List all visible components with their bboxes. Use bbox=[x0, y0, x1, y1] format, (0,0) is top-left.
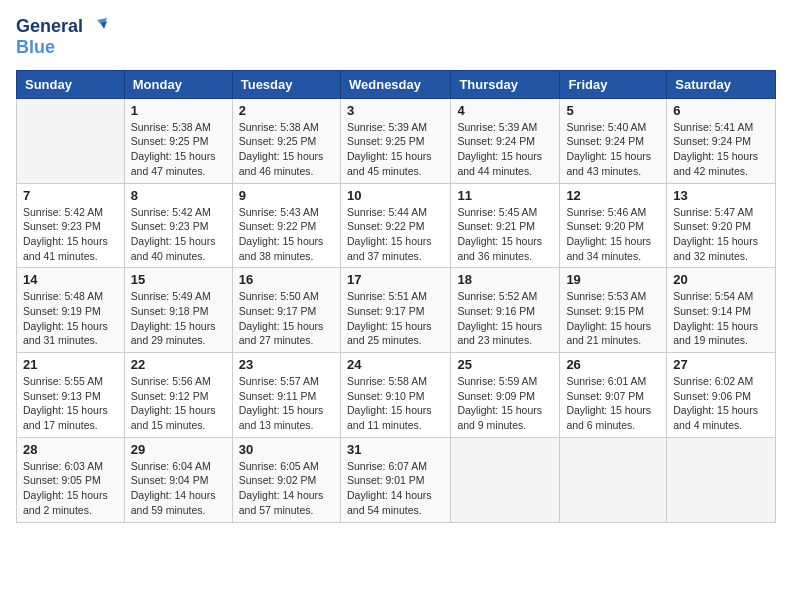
day-cell: 15Sunrise: 5:49 AM Sunset: 9:18 PM Dayli… bbox=[124, 268, 232, 353]
day-content: Sunrise: 6:04 AM Sunset: 9:04 PM Dayligh… bbox=[131, 459, 226, 518]
logo-general: General bbox=[16, 17, 83, 37]
day-content: Sunrise: 5:43 AM Sunset: 9:22 PM Dayligh… bbox=[239, 205, 334, 264]
day-cell: 20Sunrise: 5:54 AM Sunset: 9:14 PM Dayli… bbox=[667, 268, 776, 353]
day-number: 10 bbox=[347, 188, 444, 203]
day-cell: 29Sunrise: 6:04 AM Sunset: 9:04 PM Dayli… bbox=[124, 437, 232, 522]
day-cell: 4Sunrise: 5:39 AM Sunset: 9:24 PM Daylig… bbox=[451, 98, 560, 183]
day-cell: 16Sunrise: 5:50 AM Sunset: 9:17 PM Dayli… bbox=[232, 268, 340, 353]
day-cell: 6Sunrise: 5:41 AM Sunset: 9:24 PM Daylig… bbox=[667, 98, 776, 183]
column-header-sunday: Sunday bbox=[17, 70, 125, 98]
day-cell: 23Sunrise: 5:57 AM Sunset: 9:11 PM Dayli… bbox=[232, 353, 340, 438]
day-content: Sunrise: 5:51 AM Sunset: 9:17 PM Dayligh… bbox=[347, 289, 444, 348]
day-content: Sunrise: 6:03 AM Sunset: 9:05 PM Dayligh… bbox=[23, 459, 118, 518]
day-number: 29 bbox=[131, 442, 226, 457]
day-content: Sunrise: 5:49 AM Sunset: 9:18 PM Dayligh… bbox=[131, 289, 226, 348]
day-cell: 3Sunrise: 5:39 AM Sunset: 9:25 PM Daylig… bbox=[340, 98, 450, 183]
day-number: 3 bbox=[347, 103, 444, 118]
day-cell: 8Sunrise: 5:42 AM Sunset: 9:23 PM Daylig… bbox=[124, 183, 232, 268]
day-number: 24 bbox=[347, 357, 444, 372]
day-content: Sunrise: 5:48 AM Sunset: 9:19 PM Dayligh… bbox=[23, 289, 118, 348]
day-number: 8 bbox=[131, 188, 226, 203]
column-header-tuesday: Tuesday bbox=[232, 70, 340, 98]
day-content: Sunrise: 5:41 AM Sunset: 9:24 PM Dayligh… bbox=[673, 120, 769, 179]
week-row-5: 28Sunrise: 6:03 AM Sunset: 9:05 PM Dayli… bbox=[17, 437, 776, 522]
day-number: 22 bbox=[131, 357, 226, 372]
day-cell: 13Sunrise: 5:47 AM Sunset: 9:20 PM Dayli… bbox=[667, 183, 776, 268]
day-content: Sunrise: 6:07 AM Sunset: 9:01 PM Dayligh… bbox=[347, 459, 444, 518]
day-content: Sunrise: 6:02 AM Sunset: 9:06 PM Dayligh… bbox=[673, 374, 769, 433]
day-cell: 2Sunrise: 5:38 AM Sunset: 9:25 PM Daylig… bbox=[232, 98, 340, 183]
day-content: Sunrise: 5:47 AM Sunset: 9:20 PM Dayligh… bbox=[673, 205, 769, 264]
day-number: 16 bbox=[239, 272, 334, 287]
header-row: SundayMondayTuesdayWednesdayThursdayFrid… bbox=[17, 70, 776, 98]
calendar-table: SundayMondayTuesdayWednesdayThursdayFrid… bbox=[16, 70, 776, 523]
day-cell bbox=[17, 98, 125, 183]
day-cell: 17Sunrise: 5:51 AM Sunset: 9:17 PM Dayli… bbox=[340, 268, 450, 353]
page-header: General Blue bbox=[16, 16, 776, 58]
day-content: Sunrise: 5:39 AM Sunset: 9:25 PM Dayligh… bbox=[347, 120, 444, 179]
day-number: 1 bbox=[131, 103, 226, 118]
column-header-wednesday: Wednesday bbox=[340, 70, 450, 98]
column-header-saturday: Saturday bbox=[667, 70, 776, 98]
day-number: 31 bbox=[347, 442, 444, 457]
day-number: 7 bbox=[23, 188, 118, 203]
day-cell: 14Sunrise: 5:48 AM Sunset: 9:19 PM Dayli… bbox=[17, 268, 125, 353]
day-content: Sunrise: 5:57 AM Sunset: 9:11 PM Dayligh… bbox=[239, 374, 334, 433]
day-number: 23 bbox=[239, 357, 334, 372]
day-content: Sunrise: 5:55 AM Sunset: 9:13 PM Dayligh… bbox=[23, 374, 118, 433]
day-cell: 31Sunrise: 6:07 AM Sunset: 9:01 PM Dayli… bbox=[340, 437, 450, 522]
day-cell: 12Sunrise: 5:46 AM Sunset: 9:20 PM Dayli… bbox=[560, 183, 667, 268]
day-content: Sunrise: 5:46 AM Sunset: 9:20 PM Dayligh… bbox=[566, 205, 660, 264]
day-content: Sunrise: 5:42 AM Sunset: 9:23 PM Dayligh… bbox=[131, 205, 226, 264]
day-content: Sunrise: 5:38 AM Sunset: 9:25 PM Dayligh… bbox=[239, 120, 334, 179]
week-row-4: 21Sunrise: 5:55 AM Sunset: 9:13 PM Dayli… bbox=[17, 353, 776, 438]
day-content: Sunrise: 5:50 AM Sunset: 9:17 PM Dayligh… bbox=[239, 289, 334, 348]
day-number: 9 bbox=[239, 188, 334, 203]
day-content: Sunrise: 5:40 AM Sunset: 9:24 PM Dayligh… bbox=[566, 120, 660, 179]
calendar-body: 1Sunrise: 5:38 AM Sunset: 9:25 PM Daylig… bbox=[17, 98, 776, 522]
day-number: 19 bbox=[566, 272, 660, 287]
day-cell: 10Sunrise: 5:44 AM Sunset: 9:22 PM Dayli… bbox=[340, 183, 450, 268]
day-number: 25 bbox=[457, 357, 553, 372]
day-cell: 22Sunrise: 5:56 AM Sunset: 9:12 PM Dayli… bbox=[124, 353, 232, 438]
day-content: Sunrise: 5:42 AM Sunset: 9:23 PM Dayligh… bbox=[23, 205, 118, 264]
day-content: Sunrise: 5:52 AM Sunset: 9:16 PM Dayligh… bbox=[457, 289, 553, 348]
day-number: 11 bbox=[457, 188, 553, 203]
day-content: Sunrise: 5:59 AM Sunset: 9:09 PM Dayligh… bbox=[457, 374, 553, 433]
day-number: 14 bbox=[23, 272, 118, 287]
day-number: 21 bbox=[23, 357, 118, 372]
logo-bird-icon bbox=[85, 16, 107, 38]
logo-blue: Blue bbox=[16, 38, 55, 58]
day-content: Sunrise: 5:58 AM Sunset: 9:10 PM Dayligh… bbox=[347, 374, 444, 433]
day-cell bbox=[451, 437, 560, 522]
day-content: Sunrise: 5:38 AM Sunset: 9:25 PM Dayligh… bbox=[131, 120, 226, 179]
week-row-1: 1Sunrise: 5:38 AM Sunset: 9:25 PM Daylig… bbox=[17, 98, 776, 183]
day-cell: 26Sunrise: 6:01 AM Sunset: 9:07 PM Dayli… bbox=[560, 353, 667, 438]
column-header-friday: Friday bbox=[560, 70, 667, 98]
day-number: 15 bbox=[131, 272, 226, 287]
day-cell: 11Sunrise: 5:45 AM Sunset: 9:21 PM Dayli… bbox=[451, 183, 560, 268]
day-content: Sunrise: 6:01 AM Sunset: 9:07 PM Dayligh… bbox=[566, 374, 660, 433]
day-number: 26 bbox=[566, 357, 660, 372]
day-cell: 1Sunrise: 5:38 AM Sunset: 9:25 PM Daylig… bbox=[124, 98, 232, 183]
week-row-3: 14Sunrise: 5:48 AM Sunset: 9:19 PM Dayli… bbox=[17, 268, 776, 353]
day-number: 30 bbox=[239, 442, 334, 457]
day-content: Sunrise: 5:44 AM Sunset: 9:22 PM Dayligh… bbox=[347, 205, 444, 264]
day-cell: 19Sunrise: 5:53 AM Sunset: 9:15 PM Dayli… bbox=[560, 268, 667, 353]
day-content: Sunrise: 6:05 AM Sunset: 9:02 PM Dayligh… bbox=[239, 459, 334, 518]
day-cell: 25Sunrise: 5:59 AM Sunset: 9:09 PM Dayli… bbox=[451, 353, 560, 438]
column-header-monday: Monday bbox=[124, 70, 232, 98]
calendar-header: SundayMondayTuesdayWednesdayThursdayFrid… bbox=[17, 70, 776, 98]
day-content: Sunrise: 5:56 AM Sunset: 9:12 PM Dayligh… bbox=[131, 374, 226, 433]
day-cell: 9Sunrise: 5:43 AM Sunset: 9:22 PM Daylig… bbox=[232, 183, 340, 268]
day-number: 27 bbox=[673, 357, 769, 372]
day-number: 13 bbox=[673, 188, 769, 203]
day-cell: 7Sunrise: 5:42 AM Sunset: 9:23 PM Daylig… bbox=[17, 183, 125, 268]
logo: General Blue bbox=[16, 16, 107, 58]
day-cell: 27Sunrise: 6:02 AM Sunset: 9:06 PM Dayli… bbox=[667, 353, 776, 438]
day-number: 2 bbox=[239, 103, 334, 118]
logo-image: General Blue bbox=[16, 16, 107, 58]
day-number: 28 bbox=[23, 442, 118, 457]
day-number: 6 bbox=[673, 103, 769, 118]
day-number: 20 bbox=[673, 272, 769, 287]
